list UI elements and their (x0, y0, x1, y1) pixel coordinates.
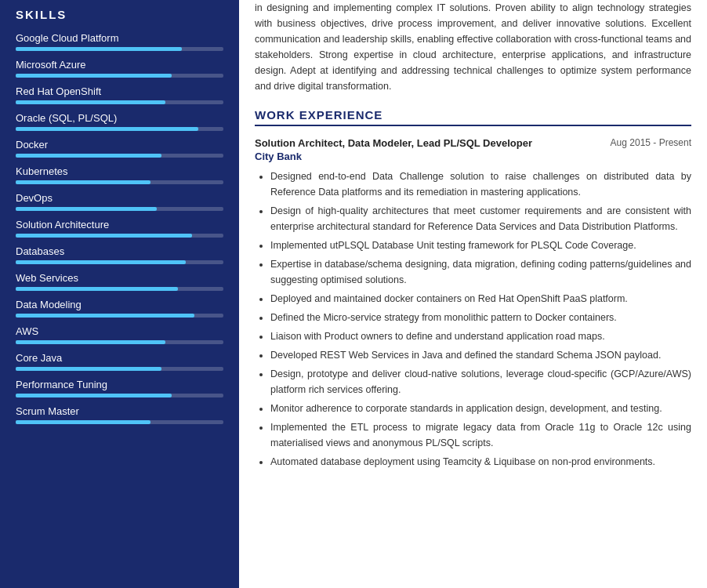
skill-bar-fill (16, 47, 182, 51)
skill-name: Oracle (SQL, PL/SQL) (16, 112, 223, 124)
skill-bar-background (16, 394, 223, 397)
skill-name: Kubernetes (16, 165, 223, 177)
skill-bar-background (16, 260, 223, 264)
skill-bar-fill (16, 100, 165, 104)
skill-name: Core Java (16, 352, 223, 364)
job-bullets: Designed end-to-end Data Challenge solut… (255, 169, 691, 470)
skill-bar-background (16, 47, 223, 51)
skill-bar-fill (16, 74, 172, 78)
jobs-container: Solution Architect, Data Modeler, Lead P… (255, 137, 691, 470)
bullet-item: Monitor adherence to corporate standards… (270, 401, 691, 416)
skill-item: AWS (16, 325, 223, 344)
job-header: Solution Architect, Data Modeler, Lead P… (255, 137, 691, 149)
skill-name: Performance Tuning (16, 379, 223, 390)
bullet-item: Implemented the ETL process to migrate l… (270, 419, 691, 451)
skill-name: Red Hat OpenShift (16, 85, 223, 97)
skill-item: Oracle (SQL, PL/SQL) (16, 112, 223, 131)
skill-item: Core Java (16, 352, 223, 371)
skill-bar-fill (16, 340, 165, 344)
skill-item: Scrum Master (16, 405, 223, 424)
skill-bar-background (16, 420, 223, 424)
skill-name: Scrum Master (16, 405, 223, 417)
skill-bar-fill (16, 314, 194, 318)
bullet-item: Automated database deployment using Team… (270, 454, 691, 470)
skill-bar-fill (16, 127, 198, 131)
job-company: City Bank (255, 151, 691, 162)
skill-item: Kubernetes (16, 165, 223, 184)
bullet-item: Liaison with Product owners to define an… (270, 328, 691, 344)
skill-bar-background (16, 180, 223, 184)
skill-bar-fill (16, 394, 172, 397)
skill-bar-fill (16, 260, 186, 264)
skill-name: Microsoft Azure (16, 59, 223, 71)
skill-item: Web Services (16, 272, 223, 291)
skill-item: Data Modeling (16, 299, 223, 318)
skill-bar-background (16, 340, 223, 344)
skill-bar-background (16, 234, 223, 238)
bullet-item: Designed end-to-end Data Challenge solut… (270, 169, 691, 200)
bullet-item: Expertise in database/schema designing, … (270, 256, 691, 288)
bullet-item: Design of high-quality architectures tha… (270, 203, 691, 234)
skill-bar-background (16, 207, 223, 211)
skill-bar-background (16, 154, 223, 158)
skill-item: Microsoft Azure (16, 59, 223, 78)
skill-item: Performance Tuning (16, 379, 223, 397)
skill-bar-background (16, 100, 223, 104)
skill-name: Databases (16, 245, 223, 257)
bullet-item: Design, prototype and deliver cloud-nati… (270, 366, 691, 397)
skill-name: Google Cloud Platform (16, 32, 223, 44)
skill-bar-fill (16, 180, 150, 184)
skill-name: Data Modeling (16, 299, 223, 310)
skill-bar-fill (16, 367, 161, 371)
skill-bar-fill (16, 154, 161, 158)
skill-bar-background (16, 367, 223, 371)
sidebar: SKILLS Google Cloud PlatformMicrosoft Az… (0, 0, 239, 588)
skill-name: Web Services (16, 272, 223, 284)
bullet-item: Developed REST Web Services in Java and … (270, 347, 691, 363)
skill-item: Google Cloud Platform (16, 32, 223, 51)
skill-bar-fill (16, 420, 150, 424)
job-entry: Solution Architect, Data Modeler, Lead P… (255, 137, 691, 470)
skill-item: Docker (16, 139, 223, 158)
main-content: in designing and implementing complex IT… (239, 0, 707, 588)
skill-name: DevOps (16, 192, 223, 204)
skill-item: Solution Architecture (16, 219, 223, 238)
skill-bar-fill (16, 234, 192, 238)
skill-name: AWS (16, 325, 223, 337)
skill-bar-background (16, 314, 223, 318)
skill-bar-background (16, 74, 223, 78)
skill-bar-background (16, 127, 223, 131)
skills-section-title: SKILLS (16, 8, 223, 21)
skill-name: Solution Architecture (16, 219, 223, 230)
job-dates: Aug 2015 - Present (611, 137, 691, 148)
bullet-item: Deployed and maintained docker container… (270, 291, 691, 307)
skill-bar-background (16, 287, 223, 291)
skill-item: DevOps (16, 192, 223, 211)
work-experience-title: WORK EXPERIENCE (255, 108, 691, 126)
skill-bar-fill (16, 207, 157, 211)
skill-item: Databases (16, 245, 223, 264)
job-title: Solution Architect, Data Modeler, Lead P… (255, 137, 532, 149)
skill-item: Red Hat OpenShift (16, 85, 223, 104)
skill-name: Docker (16, 139, 223, 151)
skills-list: Google Cloud PlatformMicrosoft AzureRed … (16, 32, 223, 424)
bullet-item: Defined the Micro-service strategy from … (270, 310, 691, 325)
skill-bar-fill (16, 287, 178, 291)
summary-text: in designing and implementing complex IT… (255, 0, 691, 94)
bullet-item: Implemented utPLSQL Database Unit testin… (270, 238, 691, 253)
